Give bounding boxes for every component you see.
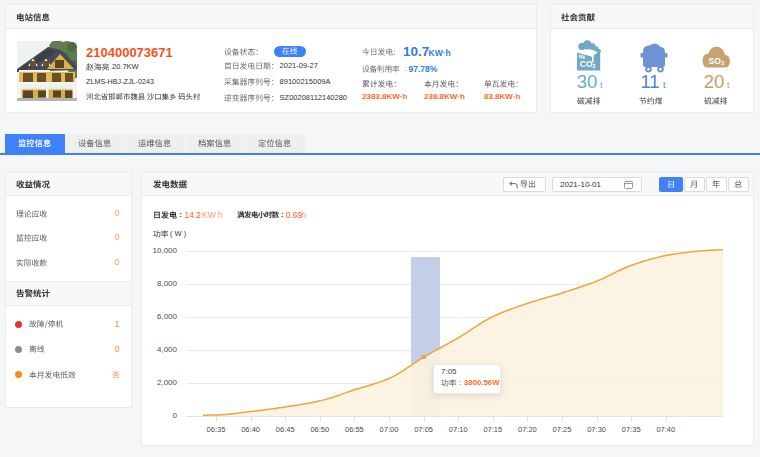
svg-text:2: 2 [721, 60, 724, 66]
svg-text:2: 2 [593, 63, 596, 69]
svg-text:CO: CO [580, 59, 593, 69]
svg-text:SO: SO [709, 56, 722, 66]
